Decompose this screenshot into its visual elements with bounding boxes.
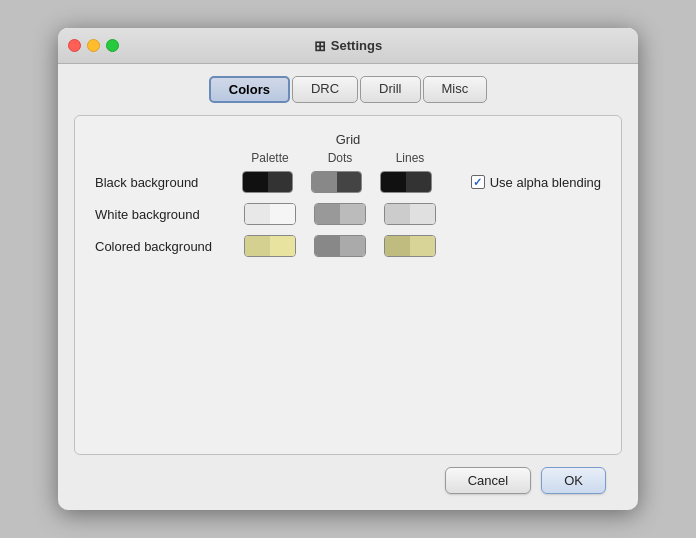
toggle-right-half [410, 236, 435, 256]
settings-window: ⊞ Settings Colors DRC Drill Misc Grid Pa… [58, 28, 638, 510]
row-white-background: White background [95, 203, 601, 225]
alpha-blending-checkbox[interactable] [471, 175, 485, 189]
maximize-button[interactable] [106, 39, 119, 52]
tab-drc[interactable]: DRC [292, 76, 358, 103]
toggle-left-half [315, 236, 340, 256]
row-black-background: Black background [95, 171, 601, 193]
black-lines-toggle[interactable] [380, 171, 431, 193]
close-button[interactable] [68, 39, 81, 52]
toggle-left-half [243, 172, 268, 192]
alpha-blending-section: Use alpha blending [471, 175, 601, 190]
toggle-right-half [340, 204, 365, 224]
lines-column-header: Lines [375, 151, 445, 165]
toggle-left-half [381, 172, 406, 192]
toggle-left-half [315, 204, 340, 224]
white-palette-toggle[interactable] [244, 203, 296, 225]
tab-bar: Colors DRC Drill Misc [74, 76, 622, 103]
toggle-left-half [245, 236, 270, 256]
colored-background-label: Colored background [95, 239, 235, 254]
dots-column-header: Dots [305, 151, 375, 165]
colored-palette-toggle[interactable] [244, 235, 296, 257]
toggle-right-half [337, 172, 362, 192]
white-dots-toggle[interactable] [314, 203, 366, 225]
titlebar: ⊞ Settings [58, 28, 638, 64]
traffic-lights [68, 39, 119, 52]
black-background-label: Black background [95, 175, 233, 190]
colored-dots-toggle[interactable] [314, 235, 366, 257]
alpha-blending-label: Use alpha blending [490, 175, 601, 190]
tab-misc[interactable]: Misc [423, 76, 488, 103]
toggle-left-half [245, 204, 270, 224]
palette-column-header: Palette [235, 151, 305, 165]
minimize-button[interactable] [87, 39, 100, 52]
cancel-button[interactable]: Cancel [445, 467, 531, 494]
toggle-right-half [270, 236, 295, 256]
settings-icon: ⊞ [314, 38, 326, 54]
tab-colors[interactable]: Colors [209, 76, 290, 103]
white-lines-toggle[interactable] [384, 203, 436, 225]
ok-button[interactable]: OK [541, 467, 606, 494]
row-colored-background: Colored background [95, 235, 601, 257]
footer-buttons: Cancel OK [74, 455, 622, 494]
column-headers: Palette Dots Lines [235, 151, 601, 165]
white-background-label: White background [95, 207, 235, 222]
window-title: ⊞ Settings [314, 38, 382, 54]
toggle-right-half [410, 204, 435, 224]
window-body: Colors DRC Drill Misc Grid Palette Dots … [58, 64, 638, 510]
toggle-right-half [340, 236, 365, 256]
black-dots-toggle[interactable] [311, 171, 362, 193]
toggle-right-half [406, 172, 431, 192]
toggle-left-half [385, 204, 410, 224]
grid-section-label: Grid [95, 132, 601, 147]
tab-drill[interactable]: Drill [360, 76, 420, 103]
toggle-left-half [385, 236, 410, 256]
black-palette-toggle[interactable] [242, 171, 293, 193]
toggle-right-half [268, 172, 293, 192]
content-panel: Grid Palette Dots Lines Black background [74, 115, 622, 455]
toggle-left-half [312, 172, 337, 192]
colored-lines-toggle[interactable] [384, 235, 436, 257]
toggle-right-half [270, 204, 295, 224]
